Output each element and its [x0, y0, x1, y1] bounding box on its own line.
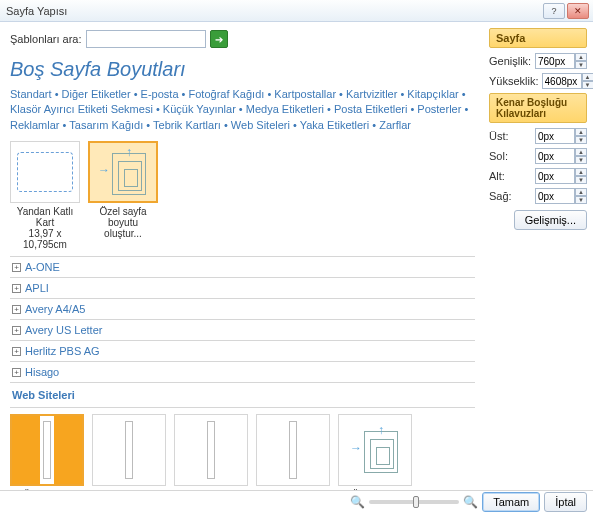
margin-right-input[interactable] [535, 188, 575, 204]
web-size-thumb[interactable]: →↑Özel sayfa boyutu oluştur... [338, 414, 412, 490]
height-input[interactable] [542, 73, 582, 89]
thumb-row-top: Yandan Katlı Kart 13,97 x 10,795cm→↑Özel… [10, 141, 475, 250]
zoom-in-icon[interactable]: 🔍 [463, 495, 478, 509]
expand-icon: + [12, 347, 21, 356]
collapse-row[interactable]: +A-ONE [10, 257, 475, 278]
category-link[interactable]: Posta Etiketleri [334, 103, 407, 115]
web-subheading: Web Siteleri [10, 383, 475, 408]
category-link[interactable]: Kitapçıklar [407, 88, 458, 100]
thumb-label: Özel boyut 760 x 4608px [10, 489, 84, 490]
margin-top-input[interactable] [535, 128, 575, 144]
category-link[interactable]: Diğer Etiketler [62, 88, 131, 100]
category-links: Standart • Diğer Etiketler • E-posta • F… [10, 87, 475, 133]
thumb-label: Web 760 x 4608px [174, 489, 248, 490]
web-size-thumb[interactable]: Web 984 x 4608px [256, 414, 330, 490]
category-link[interactable]: Tasarım Kağıdı [69, 119, 143, 131]
search-go-button[interactable]: ➔ [210, 30, 228, 48]
thumb-label: Web 600 x 4608px [92, 489, 166, 490]
spin-up[interactable]: ▲ [575, 188, 587, 196]
web-size-thumb[interactable]: Web 760 x 4608px [174, 414, 248, 490]
margin-right-label: Sağ: [489, 190, 532, 202]
spin-up[interactable]: ▲ [575, 148, 587, 156]
window-title: Sayfa Yapısı [4, 5, 67, 17]
category-link[interactable]: Web Siteleri [231, 119, 290, 131]
side-panel: Sayfa Genişlik: ▲▼ Yükseklik: ▲▼ Kenar B… [485, 22, 593, 490]
category-link[interactable]: E-posta [141, 88, 179, 100]
web-size-thumb[interactable]: Özel boyut 760 x 4608px [10, 414, 84, 490]
page-heading: Boş Sayfa Boyutları [10, 58, 475, 81]
expand-icon: + [12, 284, 21, 293]
titlebar: Sayfa Yapısı ? ✕ [0, 0, 593, 22]
search-label: Şablonları ara: [10, 33, 82, 45]
spin-down[interactable]: ▼ [575, 136, 587, 144]
width-input[interactable] [535, 53, 575, 69]
collapse-row[interactable]: +APLI [10, 278, 475, 299]
margin-top-label: Üst: [489, 130, 532, 142]
collapse-row[interactable]: +Hisago [10, 362, 475, 383]
spin-up[interactable]: ▲ [575, 168, 587, 176]
collapse-label: Herlitz PBS AG [25, 345, 100, 357]
category-link[interactable]: Kartvizitler [346, 88, 397, 100]
spin-down[interactable]: ▼ [575, 61, 587, 69]
ok-button[interactable]: Tamam [482, 492, 540, 512]
collapsible-list: +A-ONE+APLI+Avery A4/A5+Avery US Letter+… [10, 256, 475, 383]
category-link[interactable]: Kartpostallar [274, 88, 336, 100]
collapse-label: Avery US Letter [25, 324, 102, 336]
margin-left-label: Sol: [489, 150, 532, 162]
collapse-row[interactable]: +Avery US Letter [10, 320, 475, 341]
zoom-out-icon[interactable]: 🔍 [350, 495, 365, 509]
margin-left-input[interactable] [535, 148, 575, 164]
spin-down[interactable]: ▼ [575, 196, 587, 204]
spin-down[interactable]: ▼ [582, 81, 593, 89]
spin-up[interactable]: ▲ [575, 128, 587, 136]
collapse-row[interactable]: +Herlitz PBS AG [10, 341, 475, 362]
expand-icon: + [12, 326, 21, 335]
zoom-slider[interactable] [369, 500, 459, 504]
category-link[interactable]: Küçük Yayınlar [163, 103, 236, 115]
expand-icon: + [12, 368, 21, 377]
collapse-label: Avery A4/A5 [25, 303, 85, 315]
category-link[interactable]: Tebrik Kartları [153, 119, 221, 131]
page-size-thumb[interactable]: →↑Özel sayfa boyutu oluştur... [88, 141, 158, 250]
collapse-label: Hisago [25, 366, 59, 378]
expand-icon: + [12, 263, 21, 272]
thumb-label: Özel sayfa boyutu oluştur... [338, 489, 412, 490]
collapse-label: APLI [25, 282, 49, 294]
category-link[interactable]: Posterler [417, 103, 461, 115]
thumb-label: Yandan Katlı Kart 13,97 x 10,795cm [10, 206, 80, 250]
bottom-bar: 🔍 🔍 Tamam İptal [0, 490, 593, 512]
margin-bottom-input[interactable] [535, 168, 575, 184]
advanced-button[interactable]: Gelişmiş... [514, 210, 587, 230]
height-label: Yükseklik: [489, 75, 539, 87]
category-link[interactable]: Standart [10, 88, 52, 100]
web-size-thumb[interactable]: Web 600 x 4608px [92, 414, 166, 490]
category-link[interactable]: Fotoğraf Kağıdı [189, 88, 265, 100]
cancel-button[interactable]: İptal [544, 492, 587, 512]
page-size-thumb[interactable]: Yandan Katlı Kart 13,97 x 10,795cm [10, 141, 80, 250]
window-controls: ? ✕ [543, 3, 589, 19]
search-input[interactable] [86, 30, 206, 48]
search-row: Şablonları ara: ➔ [10, 30, 475, 48]
collapse-label: A-ONE [25, 261, 60, 273]
category-link[interactable]: Reklamlar [10, 119, 60, 131]
thumb-label: Özel sayfa boyutu oluştur... [88, 206, 158, 239]
help-button[interactable]: ? [543, 3, 565, 19]
expand-icon: + [12, 305, 21, 314]
category-link[interactable]: Klasör Ayırıcı Etiketi Sekmesi [10, 103, 153, 115]
spin-down[interactable]: ▼ [575, 176, 587, 184]
margin-panel-head: Kenar Boşluğu Kılavuzları [489, 93, 587, 123]
category-link[interactable]: Yaka Etiketleri [300, 119, 370, 131]
thumb-label: Web 984 x 4608px [256, 489, 330, 490]
spin-up[interactable]: ▲ [582, 73, 593, 81]
width-label: Genişlik: [489, 55, 532, 67]
margin-bottom-label: Alt: [489, 170, 532, 182]
category-link[interactable]: Zarflar [379, 119, 411, 131]
spin-down[interactable]: ▼ [575, 156, 587, 164]
thumb-row-web: Özel boyut 760 x 4608pxWeb 600 x 4608pxW… [10, 414, 475, 490]
spin-up[interactable]: ▲ [575, 53, 587, 61]
close-button[interactable]: ✕ [567, 3, 589, 19]
category-link[interactable]: Medya Etiketleri [246, 103, 324, 115]
collapse-row[interactable]: +Avery A4/A5 [10, 299, 475, 320]
page-panel-head: Sayfa [489, 28, 587, 48]
